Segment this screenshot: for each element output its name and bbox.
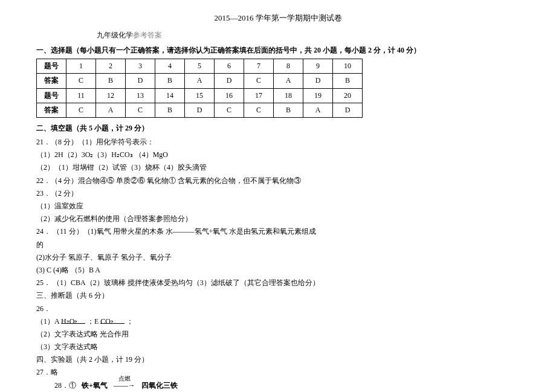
table-cell: A [303, 103, 333, 117]
table-cell: 8 [274, 59, 303, 74]
table-cell: B [155, 103, 185, 117]
q24-sub2: (2)水分子 氢原子、氧原子 氢分子、氧分子 [36, 252, 520, 263]
table-cell: B [333, 74, 363, 88]
q26-sub1-mid: ；E [87, 317, 99, 326]
q26-sub1: （1）A H₂O₂ ；E CO₂ ； [36, 316, 520, 327]
table-cell: 12 [96, 88, 126, 103]
table-cell: 18 [274, 88, 303, 103]
table-cell: 1 [66, 59, 96, 74]
subject-gray: 参考答案 [133, 31, 162, 39]
table-row: 答案 C B D B A D C A D B [37, 74, 363, 88]
table-cell: D [303, 74, 333, 88]
q23-sub2: （2）减少化石燃料的使用（合理答案参照给分） [36, 213, 520, 225]
section3-head: 三、推断题（共 6 分） [36, 290, 520, 301]
table-cell: C [215, 103, 244, 117]
table-cell: 19 [303, 88, 333, 103]
q28-anno: 点燃 [109, 374, 140, 384]
section1-head: 一、选择题（每小题只有一个正确答案，请选择你认为正确答案填在后面的括号中，共 2… [36, 45, 520, 56]
subject-line: 九年级化学参考答案 [97, 30, 520, 41]
q23-sub1: （1）温室效应 [36, 201, 520, 212]
table-cell: 14 [155, 88, 185, 103]
row-label: 答案 [37, 74, 66, 88]
table-cell: A [96, 103, 126, 117]
q26-sub1-h2o: H₂O₂ [61, 316, 85, 324]
table-cell: 3 [126, 59, 155, 74]
table-cell: 13 [126, 88, 155, 103]
table-row: 答案 C A C B D C C B A D [37, 103, 363, 117]
row-label: 题号 [37, 59, 66, 74]
table-cell: D [126, 74, 155, 88]
row-label: 答案 [37, 103, 66, 117]
q24-sub3: (3) C (4)略 （5）B A [36, 265, 520, 276]
q26-sub1-a: （1）A [36, 317, 59, 326]
page-title: 2015—2016 学年第一学期期中测试卷 [36, 12, 520, 25]
table-cell: 11 [66, 88, 96, 103]
table-cell: C [126, 103, 155, 117]
table-row: 题号 11 12 13 14 15 16 17 18 19 20 [37, 88, 363, 103]
table-cell: 15 [185, 88, 215, 103]
table-cell: A [274, 74, 303, 88]
table-cell: 9 [303, 59, 333, 74]
table-cell: 6 [215, 59, 244, 74]
table-cell: D [333, 103, 363, 117]
table-cell: B [155, 74, 185, 88]
table-cell: C [66, 103, 96, 117]
table-cell: 17 [244, 88, 274, 103]
section2-head: 二、填空题（共 5 小题，计 29 分） [36, 123, 520, 134]
table-cell: 2 [96, 59, 126, 74]
q22: 22．（4 分）混合物④⑤ 单质②⑥ 氧化物① 含氧元素的化合物，但不属于氧化物… [36, 175, 520, 187]
q21-head: 21．（8 分）（1）用化学符号表示： [36, 137, 520, 148]
table-cell: B [96, 74, 126, 88]
q26-sub1-end: ； [126, 317, 134, 326]
table-cell: C [244, 103, 274, 117]
table-row: 题号 1 2 3 4 5 6 7 8 9 10 [37, 59, 363, 74]
q24-head: 24． （11 分）（1)氧气 用带火星的木条 水———氢气+氧气 水是由氢元素… [36, 226, 520, 237]
table-cell: 10 [333, 59, 363, 74]
table-cell: 16 [215, 88, 244, 103]
q25: 25． （1）CBA（2）玻璃棒 搅拌使液体受热均匀（3）滤纸破了（其它合理答案… [36, 277, 520, 289]
q24-tail: 的 [36, 239, 520, 251]
table-cell: C [244, 74, 274, 88]
q21-sub2: （2）（1）坩埚钳（2）试管（3）烧杯（4）胶头滴管 [36, 162, 520, 173]
table-cell: B [274, 103, 303, 117]
table-cell: 20 [333, 88, 363, 103]
answer-table: 题号 1 2 3 4 5 6 7 8 9 10 答案 C B D B A D C… [36, 59, 363, 118]
table-cell: 4 [155, 59, 185, 74]
subject-strong: 九年级化学 [97, 31, 133, 39]
table-cell: A [185, 74, 215, 88]
table-cell: 5 [185, 59, 215, 74]
q26-sub1-co2: CO₂ [100, 316, 124, 324]
q28-head: 28．① 铁+氧气 点燃 ——→ 四氧化三铁 [54, 380, 520, 391]
table-cell: 7 [244, 59, 274, 74]
table-cell: D [185, 103, 215, 117]
q26-head: 26． [36, 303, 520, 315]
section4-head: 四、实验题（共 2 小题，计 19 分） [36, 354, 520, 365]
table-cell: D [215, 74, 244, 88]
q23-head: 23．（2 分） [36, 188, 520, 199]
q26-sub2: （2）文字表达式略 光合作用 [36, 329, 520, 340]
q26-sub3: （3）文字表达式略 [36, 341, 520, 353]
q21-sub1: （1）2H（2）3O₂（3）H₂CO₃ （4）MgO [36, 149, 520, 161]
row-label: 题号 [37, 88, 66, 103]
table-cell: C [66, 74, 96, 88]
